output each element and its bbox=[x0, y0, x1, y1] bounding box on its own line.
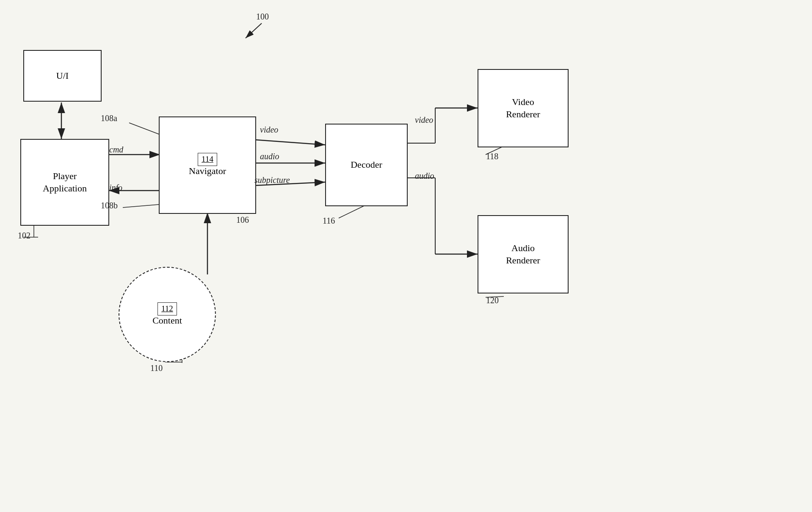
subpicture-label: subpicture bbox=[254, 175, 290, 185]
ref-118: 118 bbox=[486, 152, 498, 161]
ref-108a: 108a bbox=[101, 113, 117, 123]
dvd-navigator-ref: 114 bbox=[198, 153, 217, 166]
ui-label: U/I bbox=[56, 70, 69, 82]
ref-116: 116 bbox=[323, 216, 335, 226]
ref-120: 120 bbox=[486, 296, 499, 305]
audio-renderer-box: AudioRenderer bbox=[478, 215, 569, 293]
svg-line-3 bbox=[246, 23, 262, 38]
video2-label: video bbox=[415, 115, 433, 125]
svg-line-11 bbox=[255, 140, 325, 145]
audio1-label: audio bbox=[260, 152, 279, 161]
svg-line-24 bbox=[339, 206, 364, 218]
ref-108b: 108b bbox=[101, 201, 118, 210]
audio-renderer-label: AudioRenderer bbox=[506, 242, 540, 266]
player-application-box: PlayerApplication bbox=[20, 139, 109, 226]
decoder-label: Decoder bbox=[351, 159, 382, 171]
cmd-label: cmd bbox=[109, 145, 123, 155]
ref-100: 100 bbox=[256, 12, 269, 22]
arrows-svg bbox=[0, 0, 812, 512]
dvd-content-ref: 112 bbox=[157, 302, 177, 316]
ref-110: 110 bbox=[150, 363, 163, 373]
player-application-label: PlayerApplication bbox=[43, 170, 87, 194]
video-renderer-label: VideoRenderer bbox=[506, 96, 540, 120]
ui-box: U/I bbox=[23, 50, 102, 102]
ref-102: 102 bbox=[18, 231, 30, 241]
dvd-navigator-box: DVDNavigator 114 bbox=[159, 116, 256, 214]
diagram-container: U/I PlayerApplication DVDNavigator 114 D… bbox=[0, 0, 812, 512]
video-renderer-box: VideoRenderer bbox=[478, 69, 569, 147]
video1-label: video bbox=[260, 125, 278, 135]
audio2-label: audio bbox=[415, 171, 434, 181]
ref-106: 106 bbox=[236, 215, 249, 225]
dvd-content-box: DVDContent 112 bbox=[119, 267, 216, 362]
decoder-box: Decoder bbox=[325, 124, 408, 206]
info-label: info bbox=[109, 183, 122, 193]
